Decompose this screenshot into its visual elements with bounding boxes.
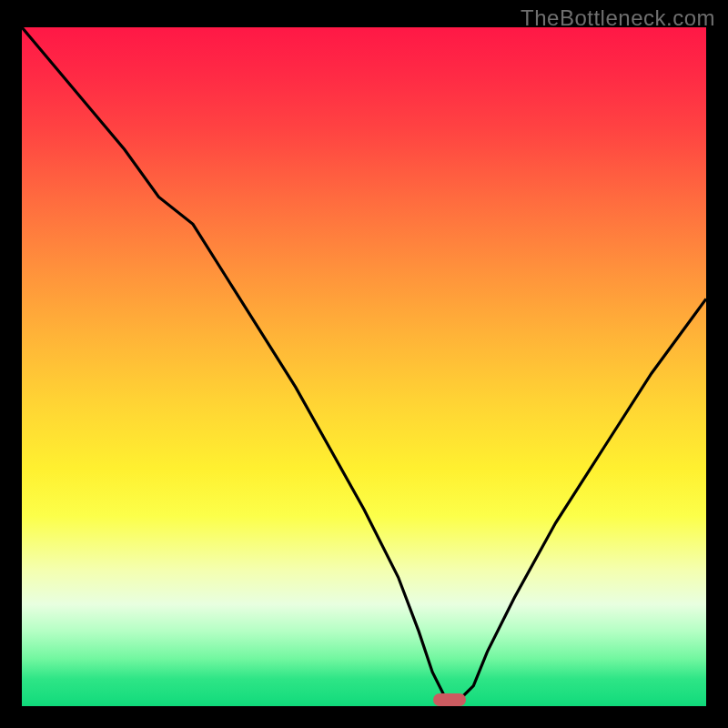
plot-area <box>22 27 706 706</box>
curve-path <box>22 27 706 700</box>
watermark-text: TheBottleneck.com <box>521 5 715 31</box>
bottleneck-curve <box>22 27 706 706</box>
chart-frame: TheBottleneck.com <box>0 0 728 728</box>
optimal-point-marker <box>433 693 466 706</box>
